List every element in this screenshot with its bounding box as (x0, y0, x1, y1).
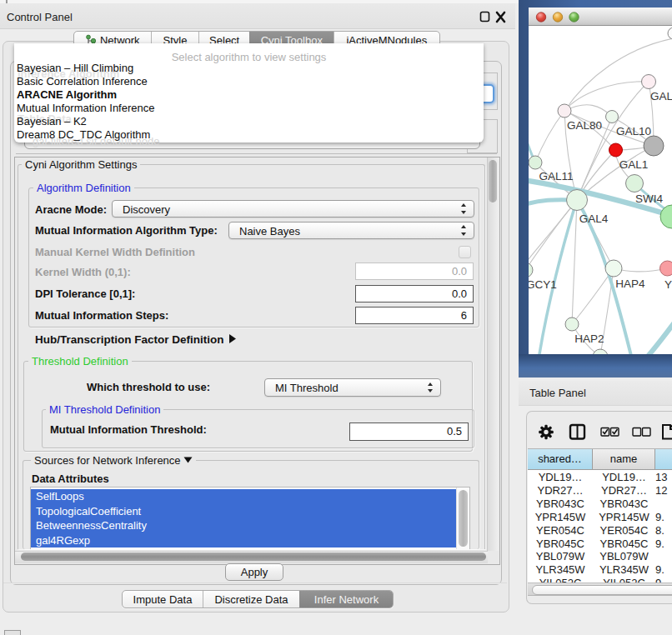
svg-text:HAP2: HAP2 (574, 332, 604, 345)
svg-text:Y: Y (664, 278, 672, 291)
svg-text:GAL4: GAL4 (579, 212, 609, 225)
svg-text:HAP4: HAP4 (615, 278, 645, 290)
svg-text:GAL8: GAL8 (650, 90, 672, 102)
svg-text:SWI4: SWI4 (635, 192, 663, 205)
svg-text:GCY1: GCY1 (529, 278, 557, 291)
svg-text:GAL1: GAL1 (619, 158, 649, 171)
svg-text:GAL11: GAL11 (539, 170, 573, 182)
svg-text:GAL80: GAL80 (567, 119, 602, 132)
svg-text:GAL10: GAL10 (616, 125, 651, 138)
